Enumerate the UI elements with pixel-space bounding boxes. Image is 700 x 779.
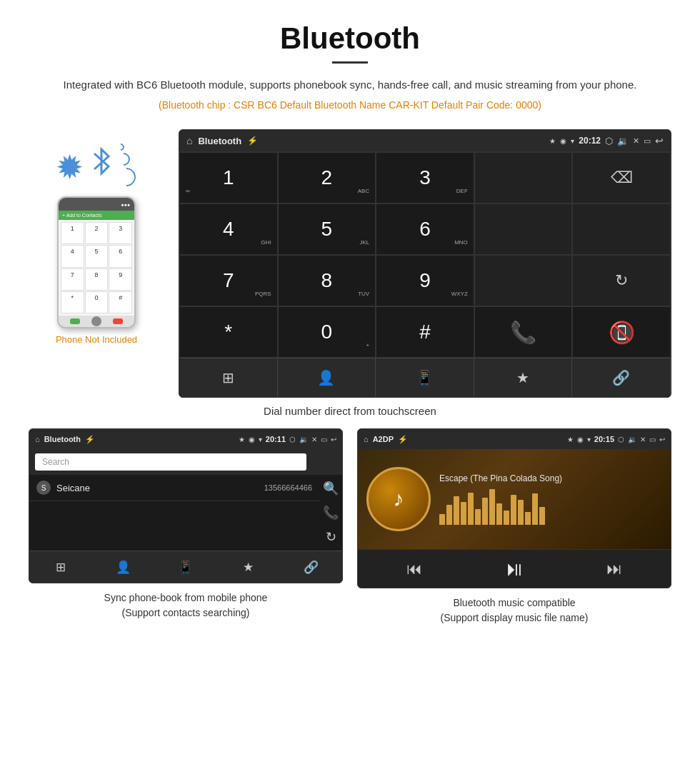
dialpad-grid: 1∞ 2ABC 3DEF ⌫ 4GHI 5JKL 6MNO 7PQRS 8TUV… xyxy=(179,151,671,358)
dial-end[interactable]: 📵 xyxy=(572,306,671,358)
pb-content: S Seicane 13566664466 xyxy=(29,475,319,551)
status-left: ⌂ Bluetooth ⚡ xyxy=(186,135,258,146)
phone-key: 6 xyxy=(109,245,132,267)
pb-back-icon[interactable]: ↩ xyxy=(331,436,336,443)
phone-key: 5 xyxy=(85,245,109,267)
ms-title: A2DP xyxy=(373,435,394,443)
phone-bottom xyxy=(59,316,134,327)
pb-cam-icon[interactable]: ⬡ xyxy=(289,436,296,443)
window-icon[interactable]: ▭ xyxy=(644,136,651,146)
ms-close-icon[interactable]: ✕ xyxy=(640,436,646,443)
ms-cam-icon[interactable]: ⬡ xyxy=(618,436,624,443)
car-unit-screen: ⌂ Bluetooth ⚡ ★ ◉ ▾ 20:12 ⬡ 🔉 ✕ ▭ ↩ 1∞ 2… xyxy=(179,129,671,398)
eq-bar xyxy=(439,514,445,525)
bottom-nav: ⊞ 👤 📱 ★ 🔗 xyxy=(179,358,671,397)
pb-status-left: ⌂ Bluetooth ⚡ xyxy=(35,435,95,444)
dial-7[interactable]: 7PQRS xyxy=(179,255,278,306)
phone-key: * xyxy=(61,291,84,313)
pb-nav-person[interactable]: 👤 xyxy=(92,551,155,583)
signal-arc-3 xyxy=(114,164,140,191)
dial-5[interactable]: 5JKL xyxy=(278,203,376,255)
eq-bar xyxy=(532,493,538,525)
subtitle-text: Integrated with BC6 Bluetooth module, su… xyxy=(43,76,657,94)
bluetooth-info: (Bluetooth chip : CSR BC6 Default Blueto… xyxy=(43,99,657,111)
pb-vol-icon[interactable]: 🔉 xyxy=(299,436,308,443)
signal-arc-1 xyxy=(116,142,126,152)
equalizer-bars xyxy=(439,489,662,525)
music-content: ♪ Escape (The Pina Colada Song) xyxy=(358,449,671,549)
ms-win-icon[interactable]: ▭ xyxy=(649,436,656,443)
dial-1[interactable]: 1∞ xyxy=(179,152,278,203)
phone-key: 9 xyxy=(109,268,132,291)
home-icon[interactable]: ⌂ xyxy=(186,135,192,146)
contact-row[interactable]: S Seicane 13566664466 xyxy=(29,475,319,501)
bluetooth-symbol: ✹ xyxy=(57,152,81,184)
pb-time: 20:11 xyxy=(266,435,286,443)
dial-8[interactable]: 8TUV xyxy=(278,255,376,306)
ms-bt-icon: ★ xyxy=(567,436,574,443)
ms-signal-icon: ▾ xyxy=(587,436,591,443)
next-track-button[interactable]: ⏭ xyxy=(606,560,622,578)
phone-not-included-label: Phone Not Included xyxy=(56,334,137,345)
bluetooth-status-icon: ★ xyxy=(549,137,556,145)
dial-caption: Dial number direct from touchscreen xyxy=(0,405,700,417)
usb-icon: ⚡ xyxy=(247,136,258,146)
dial-answer[interactable]: 📞 xyxy=(474,306,573,358)
play-pause-button[interactable]: ⏯ xyxy=(504,557,524,581)
prev-track-button[interactable]: ⏮ xyxy=(406,560,422,578)
phone-screen-header: + Add to Contacts xyxy=(59,211,134,220)
pb-search-icon[interactable]: 🔍 xyxy=(323,481,339,496)
eq-bar xyxy=(525,512,531,525)
dial-2[interactable]: 2ABC xyxy=(278,152,376,203)
pb-close-icon[interactable]: ✕ xyxy=(311,436,317,443)
pb-nav-bt[interactable]: ★ xyxy=(217,551,280,583)
eq-bar xyxy=(489,489,495,525)
nav-phone[interactable]: 📱 xyxy=(376,358,474,397)
dial-6[interactable]: 6MNO xyxy=(376,203,474,255)
volume-icon[interactable]: 🔉 xyxy=(617,136,629,146)
dial-hash[interactable]: # xyxy=(376,306,474,358)
dial-0[interactable]: 0+ xyxy=(278,306,376,358)
signal-waves xyxy=(117,144,136,186)
dial-star[interactable]: * xyxy=(179,306,278,358)
pb-nav-link[interactable]: 🔗 xyxy=(279,551,342,583)
ms-vol-icon[interactable]: 🔉 xyxy=(628,436,636,443)
nav-person[interactable]: 👤 xyxy=(278,358,376,397)
status-bar: ⌂ Bluetooth ⚡ ★ ◉ ▾ 20:12 ⬡ 🔉 ✕ ▭ ↩ xyxy=(179,130,671,151)
nav-link[interactable]: 🔗 xyxy=(572,358,671,397)
dial-backspace[interactable]: ⌫ xyxy=(572,152,671,203)
dial-3[interactable]: 3DEF xyxy=(376,152,474,203)
phonebook-screen: ⌂ Bluetooth ⚡ ★ ◉ ▾ 20:11 ⬡ 🔉 ✕ ▭ ↩ xyxy=(29,428,343,583)
back-icon[interactable]: ↩ xyxy=(655,135,664,146)
ms-home-icon[interactable]: ⌂ xyxy=(364,435,369,443)
reload-icon: ↻ xyxy=(615,271,628,290)
home-button xyxy=(91,316,101,326)
pb-win-icon[interactable]: ▭ xyxy=(321,436,327,443)
eq-bar xyxy=(518,500,524,525)
music-caption: Bluetooth music compatible(Support displ… xyxy=(441,595,589,625)
dial-9[interactable]: 9WXYZ xyxy=(376,255,474,306)
phone-dialpad: 1 2 3 4 5 6 7 8 9 * 0 # xyxy=(59,220,134,316)
dial-4[interactable]: 4GHI xyxy=(179,203,278,255)
dial-reload[interactable]: ↻ xyxy=(572,255,671,306)
ms-back-icon[interactable]: ↩ xyxy=(659,436,665,443)
pb-home-icon[interactable]: ⌂ xyxy=(35,435,40,443)
call-button xyxy=(70,318,80,324)
ms-status-bar: ⌂ A2DP ⚡ ★ ◉ ▾ 20:15 ⬡ 🔉 ✕ ▭ ↩ xyxy=(358,429,671,449)
pb-sync-icon[interactable]: ↻ xyxy=(326,529,336,545)
pb-nav-grid[interactable]: ⊞ xyxy=(29,551,92,583)
dial-empty-3 xyxy=(572,203,671,255)
search-input[interactable]: Search xyxy=(35,453,306,471)
close-icon[interactable]: ✕ xyxy=(633,136,639,146)
pb-nav-phone[interactable]: 📱 xyxy=(154,551,217,583)
nav-bluetooth[interactable]: ★ xyxy=(474,358,573,397)
phone-key: 2 xyxy=(85,222,109,244)
pb-search-bar: Search xyxy=(29,449,342,475)
camera-icon[interactable]: ⬡ xyxy=(605,136,613,146)
phone-key: 7 xyxy=(61,268,84,291)
pb-usb-icon: ⚡ xyxy=(85,435,95,444)
contact-letter: S xyxy=(36,481,51,495)
middle-section: ✹ ●●● + Add to Contacts xyxy=(0,129,700,398)
nav-grid[interactable]: ⊞ xyxy=(179,358,278,397)
pb-call-icon[interactable]: 📞 xyxy=(323,505,339,521)
